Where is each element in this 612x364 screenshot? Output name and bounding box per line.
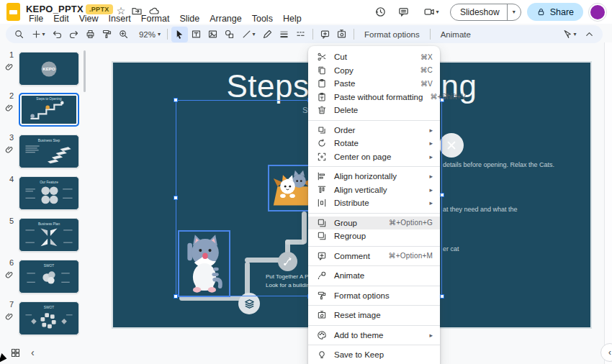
submenu-arrow-icon: ▸ [429,127,433,134]
menu-item-align-vertically[interactable]: Align vertically▸ [308,183,440,197]
border-dash-icon[interactable] [292,27,309,42]
menu-tools[interactable]: Tools [247,13,278,24]
selection-handle[interactable] [440,193,444,197]
submenu-arrow-icon: ▸ [429,140,433,147]
menu-edit[interactable]: Edit [48,13,74,24]
menu-slide[interactable]: Slide [174,13,204,24]
text-box-tool-icon[interactable] [188,27,204,42]
menu-item-paste-without-formatting[interactable]: Paste without formatting⌘+Shift+V [308,91,440,104]
slideshow-button[interactable]: Slideshow ▾ [450,4,521,21]
thumb-title: Business Plan [38,222,60,226]
replace-image-icon[interactable] [333,27,350,42]
thumb-title: SWOT [44,306,54,309]
new-slide-button[interactable]: ▾ [27,27,49,42]
menu-item-format-options[interactable]: Format options [308,289,440,303]
slideshow-dropdown[interactable]: ▾ [507,4,521,20]
selection-handle[interactable] [174,98,178,102]
slide-text-fragment[interactable]: details before opening. Relax the Cats. [443,161,554,168]
slide-number: 6 [6,258,17,267]
menu-item-distribute[interactable]: Distribute▸ [308,196,440,210]
paint-format-icon[interactable] [99,27,115,42]
insert-line-icon[interactable]: ▾ [238,27,259,42]
hide-menus-icon[interactable] [581,27,598,42]
share-button[interactable]: Share [527,3,583,21]
slide-thumbnail-2[interactable]: Steps to Opening [19,93,79,127]
menu-item-center-on-page[interactable]: Center on page▸ [308,150,440,164]
slide-number: 4 [6,175,17,183]
format-options-button[interactable]: Format options [358,30,426,39]
menu-item-paste[interactable]: Paste⌘V [308,77,440,91]
slide-thumbnail-4[interactable]: Our Feature [19,176,79,210]
menu-arrange[interactable]: Arrange [204,13,246,24]
menu-item-align-horizontally[interactable]: Align horizontally▸ [308,170,440,183]
insert-image-icon[interactable] [204,27,221,42]
menu-item-reset-image[interactable]: Reset image [308,309,440,322]
filmstrip-scrollbar[interactable] [84,50,86,92]
menu-view[interactable]: View [74,13,104,24]
selection-handle[interactable] [440,294,444,299]
app-header: KEPO_PPTX .PPTX ☆ File Edit View Insert … [0,0,612,24]
print-icon[interactable] [82,27,99,42]
insert-shape-icon[interactable] [221,27,238,42]
caret-down-icon: ▾ [436,9,438,15]
slide-number: 3 [6,133,17,142]
menu-item-rotate[interactable]: Rotate▸ [308,137,440,150]
animate-button[interactable]: Animate [434,30,477,39]
redo-icon[interactable] [66,27,82,42]
meet-call-button[interactable]: ▾ [418,4,444,21]
menu-separator [308,286,440,286]
account-avatar[interactable] [589,4,606,21]
finish-milestone-icon[interactable] [439,133,464,158]
slides-app-icon[interactable] [6,3,20,21]
slide-thumbnail-6[interactable]: SWOT [19,260,79,294]
select-tool-icon[interactable] [171,27,188,42]
toolbar: ▾ 92%▾ ▾ Format options Animate ▾ [6,25,603,43]
menu-insert[interactable]: Insert [104,13,136,24]
border-weight-icon[interactable] [276,27,292,42]
version-history-icon[interactable] [372,4,390,21]
slide-thumbnail-1[interactable]: KEPO [19,52,79,86]
zoom-level-select[interactable]: 92%▾ [132,27,163,42]
menu-item-copy[interactable]: Copy⌘C [308,64,440,78]
slide-thumbnail-3[interactable]: Business Step [19,135,79,168]
menu-bar: File Edit View Insert Format Slide Arran… [24,13,307,24]
insert-comment-icon[interactable] [317,27,333,42]
menu-file[interactable]: File [24,13,48,24]
menu-help[interactable]: Help [278,13,307,24]
collapse-filmstrip-icon[interactable]: ‹ [31,347,35,358]
menu-item-cut[interactable]: Cut⌘X [308,50,440,64]
thumb-title: Business Step [38,139,60,142]
link-clip-icon [4,145,14,155]
expand-sidebar-button[interactable]: ‹ [600,343,612,362]
menu-separator [308,305,440,306]
menu-item-regroup[interactable]: Regroup [308,229,440,243]
link-clip-icon [4,270,14,280]
slide-thumbnail-5[interactable]: Business Plan [19,218,79,252]
menu-item-delete[interactable]: Delete [308,104,440,117]
slide-text-fragment[interactable]: er cat [443,245,459,252]
submenu-arrow-icon: ▸ [429,332,433,339]
selection-handle[interactable] [174,196,178,200]
menu-separator [308,345,440,345]
grid-view-icon[interactable] [10,347,21,358]
undo-icon[interactable] [49,27,66,42]
waving-cat-image[interactable] [178,230,230,297]
zoom-icon[interactable] [115,27,132,42]
slide-text-fragment[interactable]: at they need and what the [443,206,518,213]
menu-item-group[interactable]: Group⌘+Option+G [308,217,440,230]
menu-format[interactable]: Format [136,13,175,24]
slide-number: 7 [6,300,17,309]
menu-item-animate[interactable]: Animate [308,269,440,283]
menu-separator [308,265,440,266]
menu-item-add-to-theme[interactable]: Add to theme▸ [308,329,440,342]
menu-item-comment[interactable]: Comment⌘+Option+M [308,250,440,263]
menu-item-save-to-keep[interactable]: Save to Keep [308,348,440,362]
comments-icon[interactable] [395,4,413,21]
border-color-icon[interactable] [259,27,276,42]
thumb-title: Our Feature [40,181,58,184]
search-menus-icon[interactable] [11,27,27,42]
submenu-arrow-icon: ▸ [429,199,433,206]
menu-item-order[interactable]: Order▸ [308,124,440,137]
slide-thumbnail-7[interactable]: SWOT [19,301,79,335]
pointer-mode-button[interactable]: ▾ [558,27,581,42]
